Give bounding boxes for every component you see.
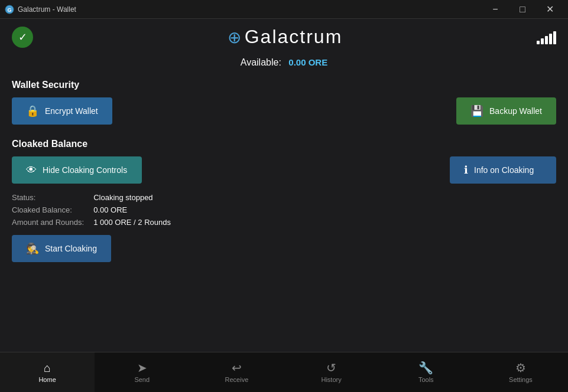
- floppy-icon: 💾: [470, 104, 483, 117]
- balance-amount: 0.00 ORE: [288, 57, 327, 67]
- cloaking-buttons: 👁 Hide Cloaking Controls ℹ Info on Cloak…: [12, 156, 556, 184]
- nav-send-label: Send: [134, 376, 150, 383]
- balance-label: Available:: [241, 57, 281, 67]
- minimize-button[interactable]: −: [482, 0, 509, 19]
- status-value: Cloaking stopped: [93, 193, 556, 202]
- window-title: Galactrum - Wallet: [18, 5, 482, 14]
- header: ✓ ⊕Galactrum: [0, 19, 568, 53]
- hide-cloaking-label: Hide Cloaking Controls: [43, 165, 127, 175]
- cloaked-balance-value: 0.00 ORE: [93, 205, 556, 214]
- main-content: ✓ ⊕Galactrum Available: 0.00 ORE Wallet …: [0, 19, 568, 392]
- signal-bar-4: [549, 34, 552, 44]
- logo-area: ⊕Galactrum: [33, 26, 537, 48]
- tools-icon: 🔧: [418, 362, 433, 374]
- lock-icon: 🔒: [26, 104, 39, 117]
- signal-bar-2: [541, 38, 544, 44]
- nav-receive-label: Receive: [225, 376, 249, 383]
- app-icon: G: [5, 5, 14, 14]
- eye-slash-icon: 👁: [26, 164, 37, 177]
- signal-bar-3: [545, 36, 548, 44]
- nav-history[interactable]: ↺ History: [284, 352, 379, 392]
- amount-rounds-value: 1 000 ORE / 2 Rounds: [93, 218, 556, 227]
- history-icon: ↺: [326, 362, 336, 374]
- security-buttons: 🔒 Encrypt Wallet 💾 Backup Wallet: [12, 97, 556, 125]
- status-check-icon: ✓: [12, 27, 33, 48]
- cloaked-balance-title: Cloaked Balance: [12, 139, 556, 149]
- info-icon: ℹ: [464, 164, 468, 177]
- home-icon: ⌂: [44, 362, 51, 374]
- start-cloaking-button[interactable]: 🕵 Start Cloaking: [12, 235, 111, 262]
- logo-symbol: ⊕: [228, 28, 242, 47]
- start-cloaking-label: Start Cloaking: [45, 244, 97, 253]
- window-controls: − □ ✕: [482, 0, 563, 19]
- backup-wallet-button[interactable]: 💾 Backup Wallet: [456, 97, 556, 125]
- balance-section: Available: 0.00 ORE: [0, 53, 568, 80]
- svg-text:G: G: [7, 7, 11, 13]
- nav-settings-label: Settings: [509, 376, 533, 383]
- encrypt-wallet-label: Encrypt Wallet: [45, 106, 98, 116]
- wallet-security-title: Wallet Security: [12, 80, 556, 90]
- signal-bar-5: [553, 31, 556, 44]
- content-area: Wallet Security 🔒 Encrypt Wallet 💾 Backu…: [0, 80, 568, 352]
- bottom-navigation: ⌂ Home ➤ Send ↩ Receive ↺ History 🔧 Tool…: [0, 352, 568, 392]
- titlebar: G Galactrum - Wallet − □ ✕: [0, 0, 568, 19]
- cloaked-balance-label: Cloaked Balance:: [12, 205, 84, 214]
- maximize-button[interactable]: □: [509, 0, 536, 19]
- receive-icon: ↩: [232, 362, 242, 374]
- settings-icon: ⚙: [515, 362, 526, 374]
- encrypt-wallet-button[interactable]: 🔒 Encrypt Wallet: [12, 97, 112, 125]
- nav-tools-label: Tools: [418, 376, 434, 383]
- logo-text: Galactrum: [245, 26, 343, 47]
- nav-receive[interactable]: ↩ Receive: [189, 352, 284, 392]
- wallet-security-section: Wallet Security 🔒 Encrypt Wallet 💾 Backu…: [12, 80, 556, 125]
- info-cloaking-label: Info on Cloaking: [474, 165, 534, 175]
- hide-cloaking-button[interactable]: 👁 Hide Cloaking Controls: [12, 156, 142, 184]
- send-icon: ➤: [137, 362, 147, 374]
- nav-send[interactable]: ➤ Send: [95, 352, 189, 392]
- nav-home[interactable]: ⌂ Home: [0, 352, 95, 392]
- cloaking-info: Status: Cloaking stopped Cloaked Balance…: [12, 193, 556, 227]
- close-button[interactable]: ✕: [536, 0, 563, 19]
- nav-home-label: Home: [38, 376, 56, 383]
- nav-history-label: History: [321, 376, 341, 383]
- logo: ⊕Galactrum: [228, 26, 343, 48]
- nav-tools[interactable]: 🔧 Tools: [379, 352, 473, 392]
- amount-rounds-label: Amount and Rounds:: [12, 218, 84, 227]
- info-cloaking-button[interactable]: ℹ Info on Cloaking: [450, 156, 556, 184]
- backup-wallet-label: Backup Wallet: [489, 106, 542, 116]
- cloak-icon: 🕵: [26, 242, 39, 255]
- cloaked-balance-section: Cloaked Balance 👁 Hide Cloaking Controls…: [12, 139, 556, 262]
- signal-strength-icon: [537, 30, 556, 44]
- status-label: Status:: [12, 193, 84, 202]
- nav-settings[interactable]: ⚙ Settings: [473, 352, 568, 392]
- signal-bar-1: [537, 41, 540, 44]
